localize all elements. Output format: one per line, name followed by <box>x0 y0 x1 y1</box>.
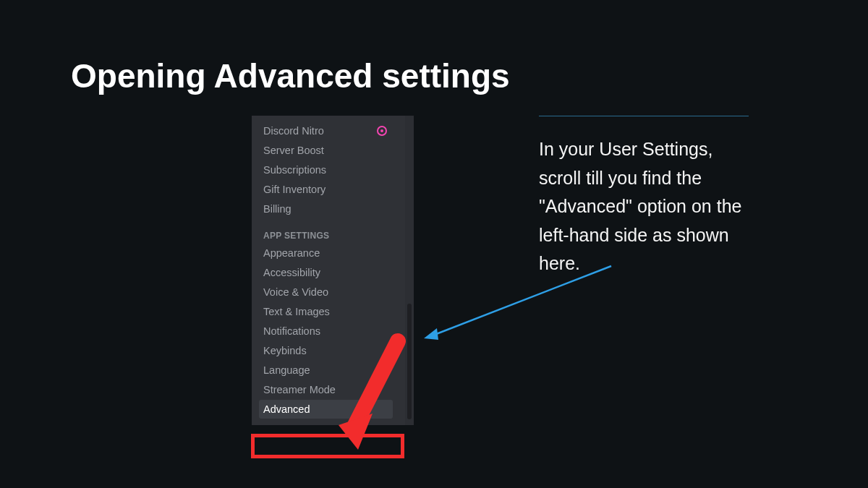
sidebar-item-label: Server Boost <box>263 145 324 156</box>
scrollbar-thumb[interactable] <box>407 304 412 419</box>
scrollbar[interactable] <box>405 116 414 425</box>
sidebar-item-streamer-mode[interactable]: Streamer Mode <box>259 380 393 399</box>
sidebar-item-label: Discord Nitro <box>263 125 324 137</box>
sidebar-item-notifications[interactable]: Notifications <box>259 322 393 341</box>
sidebar-item-label: Text & Images <box>263 306 330 317</box>
sidebar-item-advanced[interactable]: Advanced <box>259 400 393 419</box>
sidebar-item-label: Accessibility <box>263 267 320 278</box>
sidebar-item-label: Language <box>263 364 310 376</box>
sidebar-item-label: Voice & Video <box>263 286 328 298</box>
sidebar-item-language[interactable]: Language <box>259 361 393 380</box>
sidebar-item-label: Keybinds <box>263 345 307 356</box>
slide-title: Opening Advanced settings <box>71 56 510 95</box>
sidebar-item-label: Notifications <box>263 325 320 337</box>
sidebar-item-gift-inventory[interactable]: Gift Inventory <box>259 180 393 199</box>
sidebar-item-label: Billing <box>263 203 292 215</box>
sidebar-item-label: Appearance <box>263 247 320 259</box>
sidebar-item-label: Advanced <box>263 403 310 415</box>
sidebar-item-keybinds[interactable]: Keybinds <box>259 341 393 360</box>
nitro-icon <box>377 126 387 136</box>
instruction-panel: In your User Settings, scroll till you f… <box>539 116 749 278</box>
divider <box>539 116 749 116</box>
red-highlight-box <box>251 434 404 458</box>
sidebar-item-label: Subscriptions <box>263 164 326 176</box>
discord-settings-screenshot: Discord Nitro Server Boost Subscriptions… <box>252 116 414 425</box>
sidebar-item-accessibility[interactable]: Accessibility <box>259 263 393 282</box>
section-header-app-settings: APP SETTINGS <box>259 219 393 244</box>
sidebar-item-appearance[interactable]: Appearance <box>259 244 393 262</box>
sidebar-item-label: Gift Inventory <box>263 184 326 195</box>
sidebar-item-label: Streamer Mode <box>263 384 336 395</box>
sidebar-item-voice-video[interactable]: Voice & Video <box>259 283 393 301</box>
sidebar-item-discord-nitro[interactable]: Discord Nitro <box>259 121 393 140</box>
settings-sidebar: Discord Nitro Server Boost Subscriptions… <box>252 116 393 425</box>
sidebar-item-billing[interactable]: Billing <box>259 200 393 218</box>
instruction-text: In your User Settings, scroll till you f… <box>539 135 749 278</box>
sidebar-item-text-images[interactable]: Text & Images <box>259 302 393 321</box>
sidebar-item-subscriptions[interactable]: Subscriptions <box>259 160 393 179</box>
svg-marker-4 <box>424 328 438 340</box>
sidebar-item-server-boost[interactable]: Server Boost <box>259 141 393 160</box>
